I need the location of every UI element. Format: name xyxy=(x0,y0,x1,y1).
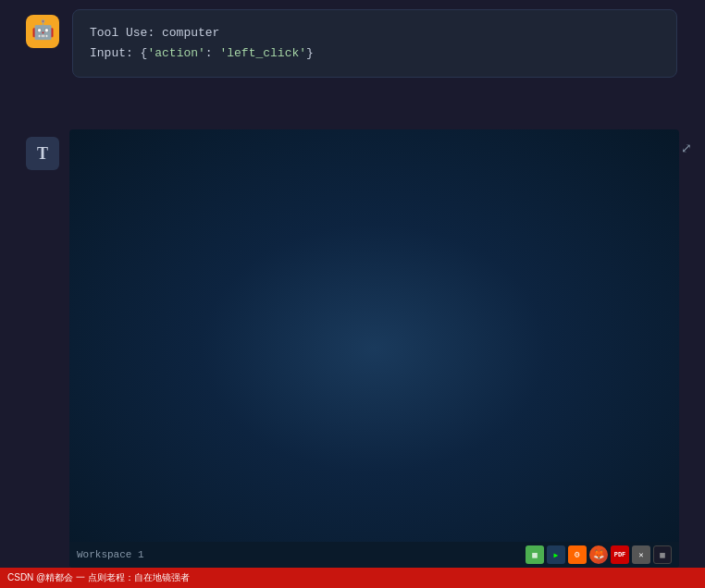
pdf-icon: PDF xyxy=(614,551,626,558)
workspace-label: Workspace 1 xyxy=(77,549,526,560)
tool-input-prefix: Input: { xyxy=(90,46,147,60)
tool-use-card: Tool Use: computer Input: {'action': 'le… xyxy=(72,9,677,78)
taskbar-icon-spreadsheet[interactable]: ▦ xyxy=(526,545,544,564)
firefox-icon: 🦊 xyxy=(593,549,604,560)
tool-action-key: 'action' xyxy=(147,46,204,60)
close-icon: ✕ xyxy=(638,550,643,560)
t-avatar: T xyxy=(26,137,59,170)
terminal-icon: ▶ xyxy=(554,551,559,559)
tool-action-value: 'left_click' xyxy=(219,46,306,60)
expand-symbol: ⤢ xyxy=(681,141,692,156)
taskbar-icon-pdf[interactable]: PDF xyxy=(611,545,629,564)
taskbar-icon-firefox[interactable]: 🦊 xyxy=(589,545,608,564)
calc-icon: ▦ xyxy=(660,550,664,560)
spreadsheet-icon: ▦ xyxy=(532,550,537,560)
taskbar-icon-close[interactable]: ✕ xyxy=(632,545,650,564)
robot-icon: 🤖 xyxy=(31,22,55,41)
robot-avatar: 🤖 xyxy=(26,15,59,48)
tool-suffix: } xyxy=(306,46,314,60)
taskbar-icon-calc[interactable]: ▦ xyxy=(653,545,672,564)
taskbar-icons-group: ▦ ▶ ⚙ 🦊 PDF ✕ ▦ xyxy=(526,545,672,564)
tool-use-prefix: Tool Use: xyxy=(90,26,162,40)
desktop-taskbar: Workspace 1 ▦ ▶ ⚙ 🦊 PDF ✕ ▦ xyxy=(69,542,679,568)
csdn-text: CSDN @精都会 一 点则老程：自在地镜强者 xyxy=(7,571,190,584)
settings-icon: ⚙ xyxy=(575,549,580,560)
tool-line-2: Input: {'action': 'left_click'} xyxy=(90,43,660,64)
tool-use-name: computer xyxy=(162,26,219,40)
desktop-screenshot: Workspace 1 ▦ ▶ ⚙ 🦊 PDF ✕ ▦ xyxy=(69,129,679,568)
taskbar-icon-terminal[interactable]: ▶ xyxy=(547,545,565,564)
t-avatar-label: T xyxy=(37,144,48,164)
taskbar-icon-settings[interactable]: ⚙ xyxy=(568,545,587,564)
tool-colon: : xyxy=(205,46,220,60)
tool-line-1: Tool Use: computer xyxy=(90,23,660,43)
csdn-bar: CSDN @精都会 一 点则老程：自在地镜强者 xyxy=(0,568,705,588)
